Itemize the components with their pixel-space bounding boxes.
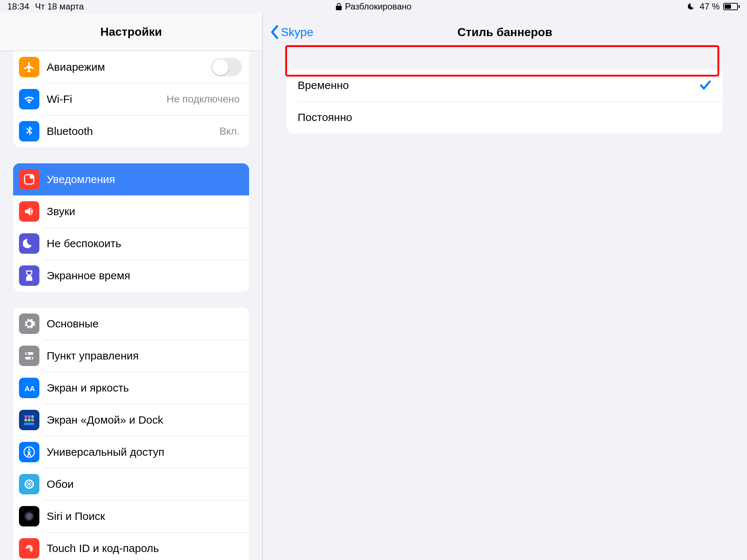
gear-icon [19, 314, 39, 334]
label: Экран и яркость [47, 382, 242, 394]
status-date: Чт 18 марта [35, 1, 84, 12]
notifications-icon [19, 169, 39, 190]
home-dock-icon [19, 410, 39, 430]
lock-icon [336, 3, 342, 11]
sidebar-item-accessibility[interactable]: Универсальный доступ [13, 436, 249, 468]
sidebar-item-screentime[interactable]: Экранное время [13, 260, 249, 292]
label: Экран «Домой» и Dock [47, 414, 242, 426]
label: Не беспокоить [47, 237, 242, 250]
screentime-icon [19, 265, 39, 286]
label: Универсальный доступ [47, 446, 242, 458]
label: Пункт управления [47, 350, 242, 362]
sidebar-item-control-center[interactable]: Пункт управления [13, 340, 249, 372]
sidebar-item-notifications[interactable]: Уведомления [13, 163, 249, 195]
wallpaper-icon [19, 474, 39, 494]
sidebar-item-general[interactable]: Основные [13, 308, 249, 340]
svg-point-5 [30, 357, 32, 359]
settings-title: Настройки [100, 25, 162, 39]
svg-rect-7 [24, 415, 27, 418]
detail-title: Стиль баннеров [457, 26, 552, 39]
sidebar-item-display[interactable]: AA Экран и яркость [13, 372, 249, 404]
svg-text:AA: AA [24, 385, 35, 393]
sidebar-item-siri[interactable]: Siri и Поиск [13, 500, 249, 532]
option-persistent[interactable]: Постоянно [287, 101, 723, 133]
svg-rect-10 [24, 419, 27, 421]
label: Авиарежим [47, 61, 211, 73]
status-lock-text: Разблокировано [345, 1, 411, 12]
detail-pane: Skype Стиль баннеров Временно Постоянно [263, 13, 747, 560]
label: Bluetooth [47, 125, 220, 137]
settings-group-notifications: Уведомления Звуки Не беспокоить [13, 163, 249, 292]
label: Touch ID и код-пароль [47, 542, 242, 555]
label: Звуки [47, 205, 242, 218]
svg-point-15 [28, 448, 30, 451]
settings-group-connectivity: Авиарежим Wi-Fi Не подключено Bluetooth … [13, 51, 249, 147]
label: Экранное время [47, 269, 242, 282]
wifi-icon [19, 89, 39, 109]
siri-icon [19, 506, 39, 526]
svg-rect-9 [31, 415, 34, 418]
option-temporary[interactable]: Временно [287, 69, 723, 101]
svg-point-17 [28, 483, 30, 485]
svg-rect-8 [28, 415, 30, 418]
banner-style-options: Временно Постоянно [287, 69, 723, 133]
dnd-icon [19, 233, 39, 254]
status-time: 18:34 [7, 1, 29, 12]
svg-rect-11 [28, 419, 30, 421]
svg-point-3 [26, 353, 28, 355]
svg-point-18 [24, 511, 34, 521]
moon-icon [688, 3, 696, 11]
svg-rect-12 [31, 419, 34, 421]
detail: Вкл. [220, 125, 240, 137]
sidebar-item-touchid[interactable]: Touch ID и код-пароль [13, 532, 249, 560]
sidebar-item-bluetooth[interactable]: Bluetooth Вкл. [13, 115, 249, 147]
back-label: Skype [281, 26, 313, 39]
sidebar-item-dnd[interactable]: Не беспокоить [13, 228, 249, 260]
svg-rect-13 [24, 423, 34, 425]
battery-pct: 47 % [700, 1, 720, 12]
sidebar-item-sounds[interactable]: Звуки [13, 195, 249, 228]
sidebar-item-wallpaper[interactable]: Обои [13, 468, 249, 500]
bluetooth-icon [19, 121, 39, 141]
sidebar-item-airplane[interactable]: Авиарежим [13, 51, 249, 83]
label: Wi-Fi [47, 93, 166, 105]
sounds-icon [19, 201, 39, 222]
label: Обои [47, 478, 242, 490]
status-bar: 18:34 Чт 18 марта Разблокировано 47 % [0, 0, 747, 13]
chevron-left-icon [270, 25, 279, 39]
detail: Не подключено [166, 93, 240, 105]
sidebar-header: Настройки [0, 13, 262, 51]
label: Основные [47, 318, 242, 330]
battery-icon [723, 3, 740, 10]
label: Siri и Поиск [47, 510, 242, 522]
option-label: Постоянно [298, 111, 712, 124]
svg-point-1 [30, 175, 34, 179]
airplane-toggle[interactable] [211, 58, 242, 76]
settings-group-general: Основные Пункт управления AA Экран и ярк… [13, 308, 249, 560]
accessibility-icon [19, 442, 39, 462]
airplane-icon [19, 57, 39, 77]
display-icon: AA [19, 378, 39, 398]
sidebar-item-wifi[interactable]: Wi-Fi Не подключено [13, 83, 249, 115]
control-center-icon [19, 346, 39, 366]
checkmark-icon [699, 79, 712, 92]
detail-header: Skype Стиль баннеров [263, 13, 747, 51]
label: Уведомления [47, 173, 242, 186]
fingerprint-icon [19, 538, 39, 559]
settings-sidebar: Настройки Авиарежим Wi-Fi Не подключено [0, 13, 263, 560]
sidebar-item-home-dock[interactable]: Экран «Домой» и Dock [13, 404, 249, 436]
back-button[interactable]: Skype [263, 25, 313, 39]
option-label: Временно [298, 79, 699, 92]
